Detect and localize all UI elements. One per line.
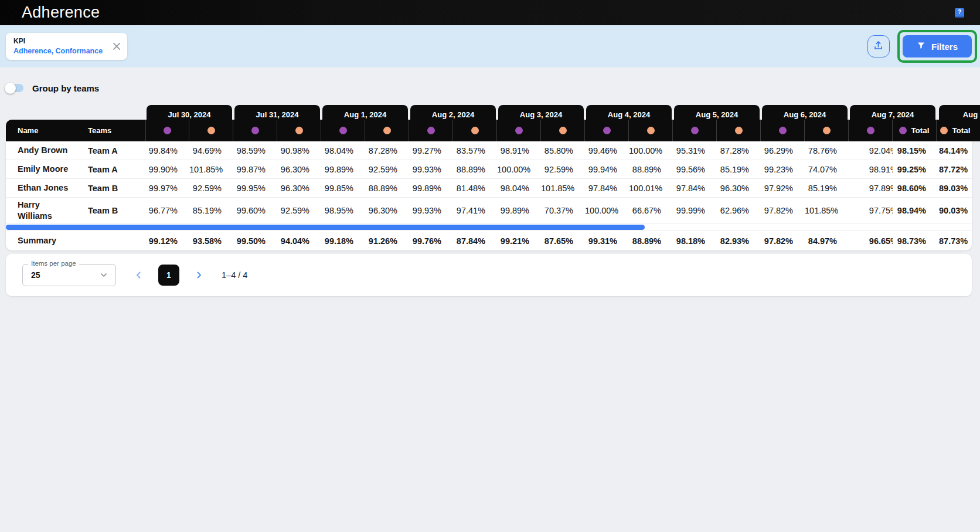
top-app-bar: Adherence ? bbox=[0, 0, 980, 25]
metric-value: 99.97% bbox=[145, 184, 189, 193]
kpi-filter-chip[interactable]: KPI Adherence, Conformance bbox=[6, 33, 127, 59]
metric-value: 95.31% bbox=[673, 146, 717, 155]
table-row: Andy BrownTeam A99.84%94.69%98.59%90.98%… bbox=[6, 141, 972, 160]
upload-icon bbox=[873, 40, 884, 53]
metric-value: 88.89% bbox=[629, 165, 673, 174]
metric-value: 100.00% bbox=[629, 146, 673, 155]
metric-value: 97.82% bbox=[761, 206, 805, 215]
metric-value-clipped: 92.04% bbox=[849, 145, 893, 156]
summary-row: Summary99.12%93.58%99.50%94.04%99.18%91.… bbox=[6, 231, 972, 250]
filters-button-label: Filters bbox=[931, 42, 958, 52]
metric-value: 96.30% bbox=[717, 184, 761, 193]
orange-dot-icon bbox=[471, 127, 479, 134]
previous-page-button[interactable] bbox=[134, 270, 144, 280]
horizontal-scrollbar[interactable] bbox=[6, 225, 645, 230]
metric-value: 99.18% bbox=[321, 236, 365, 246]
metric-value: 98.59% bbox=[233, 146, 277, 155]
close-icon[interactable] bbox=[112, 42, 121, 51]
purple-dot-icon bbox=[779, 127, 787, 134]
row-name: Andy Brown bbox=[6, 145, 76, 156]
subheader-strip: Name Teams TotalTotal bbox=[6, 120, 972, 141]
total-conformance-value: 90.03% bbox=[939, 206, 972, 215]
metric-value: 97.84% bbox=[585, 184, 629, 193]
metric-value: 101.85% bbox=[189, 165, 233, 174]
metric-value: 98.04% bbox=[497, 184, 541, 193]
metric-dot-cell bbox=[453, 120, 497, 141]
purple-dot-icon bbox=[427, 127, 435, 134]
metric-dot-cell bbox=[761, 120, 805, 141]
teams-column-header: Teams bbox=[76, 120, 145, 141]
metric-value: 94.69% bbox=[189, 146, 233, 155]
metric-value: 97.82% bbox=[761, 236, 805, 246]
metric-value: 99.93% bbox=[409, 206, 453, 215]
table-row: Harry WilliamsTeam B96.77%85.19%99.60%92… bbox=[6, 198, 972, 223]
metric-value: 70.37% bbox=[541, 206, 585, 215]
metric-value: 87.28% bbox=[365, 146, 409, 155]
total-adherence-value: 98.94% bbox=[893, 206, 937, 215]
metric-value: 82.93% bbox=[717, 236, 761, 246]
metric-value: 99.12% bbox=[145, 236, 189, 246]
row-name: Emily Moore bbox=[6, 164, 76, 175]
filter-band: KPI Adherence, Conformance Filters bbox=[0, 25, 980, 67]
export-button[interactable] bbox=[867, 35, 890, 57]
group-by-teams-label: Group by teams bbox=[32, 83, 99, 93]
metric-value: 85.19% bbox=[805, 184, 849, 193]
metric-dot-cell bbox=[849, 120, 893, 141]
table-body: Andy BrownTeam A99.84%94.69%98.59%90.98%… bbox=[6, 141, 972, 250]
metric-value: 97.84% bbox=[673, 184, 717, 193]
metric-value: 99.87% bbox=[233, 165, 277, 174]
filter-funnel-icon bbox=[917, 41, 925, 52]
metric-value: 92.59% bbox=[541, 165, 585, 174]
items-per-page-select[interactable]: Items per page 25 bbox=[22, 264, 116, 286]
metric-value: 84.97% bbox=[805, 236, 849, 246]
metric-value: 74.07% bbox=[805, 165, 849, 174]
broken-image-icon[interactable]: ? bbox=[955, 8, 964, 18]
metric-value: 96.29% bbox=[761, 146, 805, 155]
metric-value: 92.59% bbox=[189, 184, 233, 193]
row-name: Harry Williams bbox=[6, 199, 76, 222]
purple-dot-icon bbox=[603, 127, 611, 134]
total-adherence-value: 98.15% bbox=[893, 146, 937, 155]
purple-dot-icon bbox=[339, 127, 347, 134]
purple-dot-icon bbox=[899, 127, 907, 134]
current-page-button[interactable]: 1 bbox=[158, 265, 179, 286]
page-title: Adherence bbox=[22, 4, 100, 22]
metric-value: 100.00% bbox=[585, 206, 629, 215]
metric-value: 99.56% bbox=[673, 165, 717, 174]
metric-dot-cell bbox=[585, 120, 629, 141]
metric-value: 87.84% bbox=[453, 236, 497, 246]
metric-value: 101.85% bbox=[541, 184, 585, 193]
row-name: Summary bbox=[6, 235, 145, 246]
orange-dot-icon bbox=[735, 127, 743, 134]
metric-value: 99.89% bbox=[409, 184, 453, 193]
orange-dot-icon bbox=[383, 127, 391, 134]
metric-value: 99.50% bbox=[233, 236, 277, 246]
orange-dot-icon bbox=[823, 127, 831, 134]
metric-value: 66.67% bbox=[629, 206, 673, 215]
metric-value: 85.80% bbox=[541, 146, 585, 155]
kpi-chip-value: Adherence, Conformance bbox=[13, 46, 103, 56]
table-row: Ethan JonesTeam B99.97%92.59%99.95%96.30… bbox=[6, 179, 972, 198]
total-conformance-header: Total bbox=[939, 120, 972, 141]
metric-dot-cell bbox=[717, 120, 761, 141]
group-by-teams-toggle[interactable] bbox=[6, 84, 23, 92]
metric-value: 101.85% bbox=[805, 206, 849, 215]
metric-value: 99.89% bbox=[321, 165, 365, 174]
metric-dot-cell bbox=[145, 120, 189, 141]
metric-value: 92.59% bbox=[365, 165, 409, 174]
metric-value-clipped: 98.91% bbox=[849, 164, 893, 175]
metric-value: 99.99% bbox=[673, 206, 717, 215]
total-conformance-value: 87.73% bbox=[939, 236, 972, 246]
metric-value: 99.23% bbox=[761, 165, 805, 174]
metric-dot-cell bbox=[497, 120, 541, 141]
metric-value: 87.65% bbox=[541, 236, 585, 246]
metric-value: 97.41% bbox=[453, 206, 497, 215]
metric-value: 99.31% bbox=[585, 236, 629, 246]
filters-button[interactable]: Filters bbox=[903, 35, 972, 57]
next-page-button[interactable] bbox=[193, 270, 204, 280]
metric-dot-cell bbox=[629, 120, 673, 141]
metric-value: 100.00% bbox=[497, 165, 541, 174]
row-team: Team B bbox=[76, 206, 145, 215]
metric-value: 99.85% bbox=[321, 184, 365, 193]
row-team: Team B bbox=[76, 184, 145, 193]
